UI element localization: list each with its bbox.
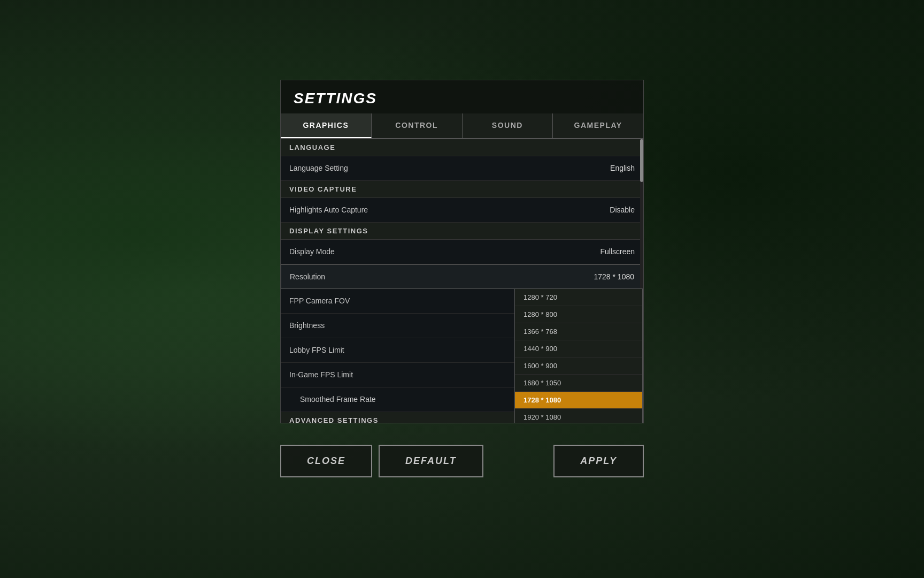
row-language-setting[interactable]: Language Setting English xyxy=(281,156,643,181)
label-lobby-fps-limit: Lobby FPS Limit xyxy=(289,346,344,354)
tabs-container: GRAPHICS CONTROL SOUND GAMEPLAY xyxy=(281,113,643,139)
resolution-option-1920-1080[interactable]: 1920 * 1080 xyxy=(515,409,642,423)
btn-group-left: CLOSE DEFAULT xyxy=(280,445,483,477)
label-language-setting: Language Setting xyxy=(289,164,348,172)
resolution-option-1680-1050[interactable]: 1680 * 1050 xyxy=(515,375,642,392)
section-language: LANGUAGE xyxy=(281,139,643,156)
resolution-option-1600-900[interactable]: 1600 * 900 xyxy=(515,358,642,375)
settings-content: LANGUAGE Language Setting English VIDEO … xyxy=(281,139,643,423)
tab-control[interactable]: CONTROL xyxy=(372,113,463,138)
label-ingame-fps-limit: In-Game FPS Limit xyxy=(289,370,353,379)
tab-gameplay[interactable]: GAMEPLAY xyxy=(553,113,643,138)
resolution-option-1366-768[interactable]: 1366 * 768 xyxy=(515,323,642,340)
label-resolution: Resolution xyxy=(290,272,325,281)
row-resolution[interactable]: Resolution 924 * 578 1280 * 720 1280 *… xyxy=(281,264,643,289)
resolution-dropdown[interactable]: 1280 * 720 1280 * 800 1366 * 768 1440 * … xyxy=(514,288,643,423)
tab-graphics[interactable]: GRAPHICS xyxy=(281,113,372,138)
default-button[interactable]: DEFAULT xyxy=(379,445,483,477)
bottom-buttons: CLOSE DEFAULT APPLY xyxy=(280,434,644,488)
close-button[interactable]: CLOSE xyxy=(280,445,372,477)
label-highlights-auto-capture: Highlights Auto Capture xyxy=(289,206,368,214)
settings-modal: SETTINGS GRAPHICS CONTROL SOUND GAMEPLAY… xyxy=(280,80,644,423)
resolution-option-1728-1080[interactable]: 924 * 578 xyxy=(515,392,642,409)
modal-overlay: SETTINGS GRAPHICS CONTROL SOUND GAMEPLAY… xyxy=(0,0,924,578)
scrollbar-thumb[interactable] xyxy=(640,139,643,182)
resolution-option-1280-720[interactable]: 1280 * 720 xyxy=(515,289,642,306)
tab-sound[interactable]: SOUND xyxy=(463,113,553,138)
label-fpp-camera-fov: FPP Camera FOV xyxy=(289,296,350,305)
label-smoothed-frame-rate: Smoothed Frame Rate xyxy=(300,395,376,404)
value-resolution: 924 * 578 xyxy=(594,272,634,281)
row-highlights-auto-capture[interactable]: Highlights Auto Capture Disable xyxy=(281,198,643,223)
apply-button[interactable]: APPLY xyxy=(553,445,644,477)
label-brightness: Brightness xyxy=(289,321,325,330)
resolution-option-1440-900[interactable]: 1440 * 900 xyxy=(515,340,642,358)
label-display-mode: Display Mode xyxy=(289,247,335,256)
value-display-mode: Fullscreen xyxy=(600,247,635,256)
modal-title: SETTINGS xyxy=(281,80,643,113)
value-language-setting: English xyxy=(610,164,635,172)
value-highlights-auto-capture: Disable xyxy=(610,206,635,214)
resolution-option-1280-800[interactable]: 1280 * 800 xyxy=(515,306,642,323)
row-display-mode[interactable]: Display Mode Fullscreen xyxy=(281,240,643,264)
section-video-capture: VIDEO CAPTURE xyxy=(281,181,643,198)
section-display-settings: DISPLAY SETTINGS xyxy=(281,223,643,240)
